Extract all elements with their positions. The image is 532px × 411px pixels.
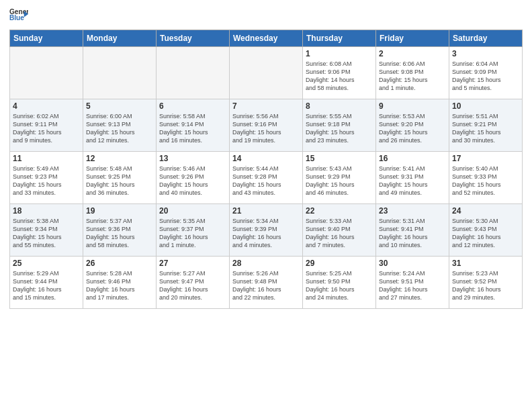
generalblue-icon: General Blue [9, 7, 28, 26]
day-number: 11 [13, 154, 80, 163]
day-info: Sunrise: 6:02 AMSunset: 9:11 PMDaylight:… [13, 112, 80, 145]
day-number: 8 [306, 101, 373, 111]
calendar-cell: 14Sunrise: 5:44 AMSunset: 9:28 PMDayligh… [230, 152, 303, 204]
calendar-cell: 15Sunrise: 5:43 AMSunset: 9:29 PMDayligh… [303, 152, 376, 204]
day-number: 28 [232, 259, 300, 268]
day-info: Sunrise: 5:44 AMSunset: 9:28 PMDaylight:… [232, 165, 300, 197]
calendar-cell: 8Sunrise: 5:55 AMSunset: 9:18 PMDaylight… [303, 99, 376, 152]
day-number: 25 [13, 259, 80, 268]
calendar-cell: 18Sunrise: 5:38 AMSunset: 9:34 PMDayligh… [10, 204, 83, 257]
calendar-cell: 29Sunrise: 5:25 AMSunset: 9:50 PMDayligh… [303, 257, 376, 309]
calendar-cell: 4Sunrise: 6:02 AMSunset: 9:11 PMDaylight… [10, 99, 83, 152]
day-number: 10 [452, 101, 519, 111]
calendar-row-2: 11Sunrise: 5:49 AMSunset: 9:23 PMDayligh… [10, 152, 523, 204]
day-info: Sunrise: 5:53 AMSunset: 9:20 PMDaylight:… [379, 112, 446, 145]
day-number: 6 [159, 101, 226, 111]
calendar-cell: 31Sunrise: 5:23 AMSunset: 9:52 PMDayligh… [449, 257, 523, 309]
calendar-row-0: 1Sunrise: 6:08 AMSunset: 9:06 PMDaylight… [10, 47, 523, 99]
day-number: 30 [379, 259, 446, 268]
day-info: Sunrise: 5:56 AMSunset: 9:16 PMDaylight:… [232, 112, 300, 145]
day-number: 1 [306, 49, 373, 58]
day-number: 19 [86, 206, 153, 216]
calendar-cell [230, 47, 303, 99]
calendar-cell: 2Sunrise: 6:06 AMSunset: 9:08 PMDaylight… [376, 47, 449, 99]
day-info: Sunrise: 5:51 AMSunset: 9:21 PMDaylight:… [452, 112, 519, 145]
day-info: Sunrise: 6:04 AMSunset: 9:09 PMDaylight:… [452, 60, 519, 93]
calendar-cell: 9Sunrise: 5:53 AMSunset: 9:20 PMDaylight… [376, 99, 449, 152]
calendar-cell: 23Sunrise: 5:31 AMSunset: 9:41 PMDayligh… [376, 204, 449, 257]
day-info: Sunrise: 5:34 AMSunset: 9:39 PMDaylight:… [232, 217, 300, 250]
day-info: Sunrise: 5:49 AMSunset: 9:23 PMDaylight:… [13, 165, 80, 197]
calendar-row-4: 25Sunrise: 5:29 AMSunset: 9:44 PMDayligh… [10, 257, 523, 309]
day-number: 31 [452, 259, 519, 268]
weekday-header-saturday: Saturday [449, 30, 523, 47]
calendar-cell: 13Sunrise: 5:46 AMSunset: 9:26 PMDayligh… [157, 152, 230, 204]
weekday-header-row: SundayMondayTuesdayWednesdayThursdayFrid… [10, 30, 523, 47]
calendar-cell: 7Sunrise: 5:56 AMSunset: 9:16 PMDaylight… [230, 99, 303, 152]
calendar-cell: 27Sunrise: 5:27 AMSunset: 9:47 PMDayligh… [157, 257, 230, 309]
weekday-header-monday: Monday [83, 30, 157, 47]
weekday-header-tuesday: Tuesday [157, 30, 230, 47]
day-number: 3 [452, 49, 519, 58]
day-info: Sunrise: 5:26 AMSunset: 9:48 PMDaylight:… [232, 269, 300, 302]
day-number: 26 [86, 259, 153, 268]
header: General Blue [9, 7, 523, 26]
calendar-cell: 22Sunrise: 5:33 AMSunset: 9:40 PMDayligh… [303, 204, 376, 257]
day-number: 15 [306, 154, 373, 163]
day-info: Sunrise: 6:00 AMSunset: 9:13 PMDaylight:… [86, 112, 153, 145]
day-number: 16 [379, 154, 446, 163]
calendar-cell: 21Sunrise: 5:34 AMSunset: 9:39 PMDayligh… [230, 204, 303, 257]
day-info: Sunrise: 5:27 AMSunset: 9:47 PMDaylight:… [159, 269, 226, 302]
day-number: 9 [379, 101, 446, 111]
calendar-row-1: 4Sunrise: 6:02 AMSunset: 9:11 PMDaylight… [10, 99, 523, 152]
calendar-table: SundayMondayTuesdayWednesdayThursdayFrid… [9, 30, 523, 309]
day-number: 12 [86, 154, 153, 163]
day-number: 14 [232, 154, 300, 163]
day-info: Sunrise: 6:06 AMSunset: 9:08 PMDaylight:… [379, 60, 446, 93]
day-info: Sunrise: 5:35 AMSunset: 9:37 PMDaylight:… [159, 217, 226, 250]
calendar-cell: 16Sunrise: 5:41 AMSunset: 9:31 PMDayligh… [376, 152, 449, 204]
day-info: Sunrise: 5:30 AMSunset: 9:43 PMDaylight:… [452, 217, 519, 250]
calendar-cell [83, 47, 157, 99]
calendar-cell: 11Sunrise: 5:49 AMSunset: 9:23 PMDayligh… [10, 152, 83, 204]
day-number: 23 [379, 206, 446, 216]
calendar-cell: 20Sunrise: 5:35 AMSunset: 9:37 PMDayligh… [157, 204, 230, 257]
day-info: Sunrise: 5:38 AMSunset: 9:34 PMDaylight:… [13, 217, 80, 250]
day-info: Sunrise: 5:43 AMSunset: 9:29 PMDaylight:… [306, 165, 373, 197]
calendar-cell [10, 47, 83, 99]
day-info: Sunrise: 5:31 AMSunset: 9:41 PMDaylight:… [379, 217, 446, 250]
calendar-cell: 1Sunrise: 6:08 AMSunset: 9:06 PMDaylight… [303, 47, 376, 99]
day-number: 5 [86, 101, 153, 111]
day-info: Sunrise: 5:41 AMSunset: 9:31 PMDaylight:… [379, 165, 446, 197]
day-info: Sunrise: 5:37 AMSunset: 9:36 PMDaylight:… [86, 217, 153, 250]
calendar-cell: 24Sunrise: 5:30 AMSunset: 9:43 PMDayligh… [449, 204, 523, 257]
day-info: Sunrise: 5:58 AMSunset: 9:14 PMDaylight:… [159, 112, 226, 145]
calendar-cell: 3Sunrise: 6:04 AMSunset: 9:09 PMDaylight… [449, 47, 523, 99]
logo: General Blue [9, 7, 28, 26]
page: General Blue SundayMondayTuesdayWednesda… [0, 0, 532, 411]
day-number: 27 [159, 259, 226, 268]
weekday-header-wednesday: Wednesday [230, 30, 303, 47]
day-info: Sunrise: 5:55 AMSunset: 9:18 PMDaylight:… [306, 112, 373, 145]
day-info: Sunrise: 5:29 AMSunset: 9:44 PMDaylight:… [13, 269, 80, 302]
calendar-cell: 5Sunrise: 6:00 AMSunset: 9:13 PMDaylight… [83, 99, 157, 152]
day-number: 2 [379, 49, 446, 58]
day-number: 24 [452, 206, 519, 216]
day-number: 22 [306, 206, 373, 216]
weekday-header-friday: Friday [376, 30, 449, 47]
day-number: 7 [232, 101, 300, 111]
day-info: Sunrise: 5:33 AMSunset: 9:40 PMDaylight:… [306, 217, 373, 250]
calendar-cell [157, 47, 230, 99]
day-info: Sunrise: 5:48 AMSunset: 9:25 PMDaylight:… [86, 165, 153, 197]
calendar-cell: 28Sunrise: 5:26 AMSunset: 9:48 PMDayligh… [230, 257, 303, 309]
weekday-header-sunday: Sunday [10, 30, 83, 47]
calendar-cell: 12Sunrise: 5:48 AMSunset: 9:25 PMDayligh… [83, 152, 157, 204]
day-info: Sunrise: 5:46 AMSunset: 9:26 PMDaylight:… [159, 165, 226, 197]
day-info: Sunrise: 6:08 AMSunset: 9:06 PMDaylight:… [306, 60, 373, 93]
weekday-header-thursday: Thursday [303, 30, 376, 47]
day-info: Sunrise: 5:40 AMSunset: 9:33 PMDaylight:… [452, 165, 519, 197]
day-number: 21 [232, 206, 300, 216]
day-number: 20 [159, 206, 226, 216]
day-number: 13 [159, 154, 226, 163]
calendar-cell: 19Sunrise: 5:37 AMSunset: 9:36 PMDayligh… [83, 204, 157, 257]
